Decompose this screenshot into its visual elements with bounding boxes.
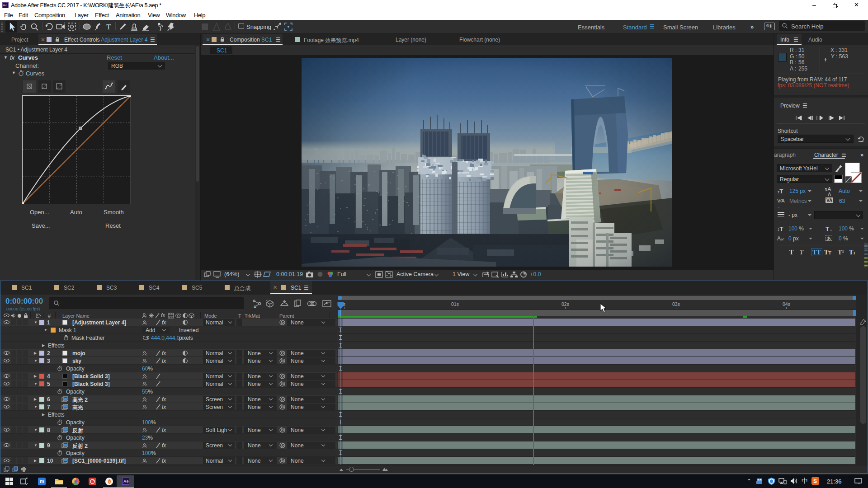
svg-text:T: T (106, 23, 111, 31)
